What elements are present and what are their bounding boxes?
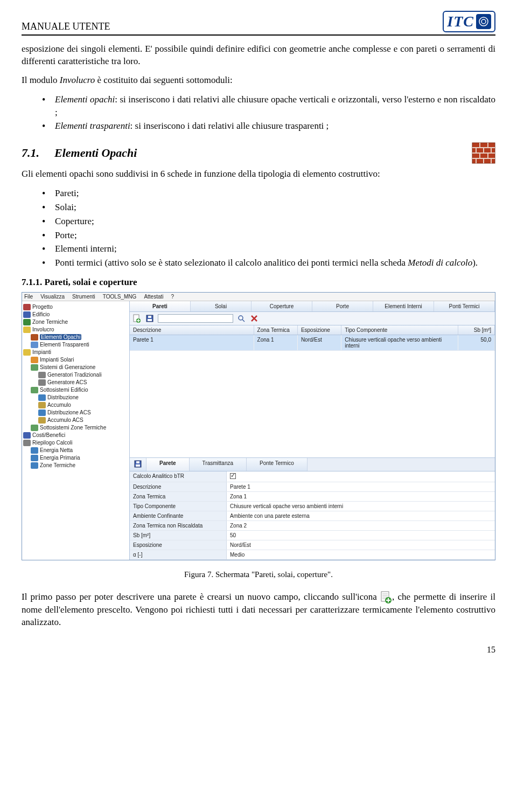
property-label: Calcolo Analitico bTR	[130, 471, 227, 482]
tree-item-label: Energia Netta	[40, 447, 73, 453]
svg-rect-24	[136, 464, 140, 467]
tab-trasmittanza[interactable]: Trasmittanza	[190, 458, 247, 471]
svg-rect-20	[148, 316, 151, 318]
tree-node-icon	[23, 349, 31, 356]
tree-item[interactable]: Elementi Opachi	[23, 334, 128, 341]
col-zona-termica[interactable]: Zona Termica	[254, 325, 298, 335]
tree-item[interactable]: Energia Netta	[23, 447, 128, 454]
tree-node-icon	[23, 311, 31, 318]
checkbox[interactable]	[230, 473, 236, 479]
property-row: Tipo ComponenteChiusure verticali opache…	[130, 502, 495, 511]
page-header: MANUALE UTENTE ITC	[22, 11, 495, 36]
tree-item-label: Sottosistemi Zone Termiche	[40, 425, 106, 431]
tree-item[interactable]: Costi/Benefici	[23, 432, 128, 439]
property-row: DescrizioneParete 1	[130, 482, 495, 492]
text: ).	[472, 258, 478, 268]
tree-item-label: Progetto	[32, 304, 53, 310]
tree-node-icon	[31, 447, 38, 454]
property-value[interactable]: Ambiente con una parete esterna	[227, 511, 495, 520]
tree-item[interactable]: Generatori Tradizionali	[23, 371, 128, 379]
menu-file[interactable]: File	[24, 294, 33, 300]
col-esposizione[interactable]: Esposizione	[298, 325, 341, 335]
tab-pareti[interactable]: Pareti	[130, 301, 191, 311]
text-italic: Elementi trasparenti	[55, 121, 130, 131]
top-tabs: Pareti Solai Coperture Porte Elementi In…	[130, 301, 495, 312]
svg-rect-19	[148, 319, 152, 321]
property-row: Ambiente ConfinanteAmbiente con una pare…	[130, 511, 495, 521]
col-descrizione[interactable]: Descrizione	[130, 325, 254, 335]
property-value[interactable]: Medio	[227, 550, 495, 559]
tree-item[interactable]: Accumulo	[23, 401, 128, 409]
grid-row[interactable]: Parete 1 Zona 1 Nord/Est Chiusure vertic…	[130, 335, 495, 351]
save-button[interactable]	[145, 314, 155, 323]
text: Il modulo	[22, 75, 60, 85]
menu-tools-mng[interactable]: TOOLS_MNG	[103, 294, 137, 300]
property-row: Calcolo Analitico bTR	[130, 471, 495, 482]
text-italic: Metodi di calcolo	[408, 258, 472, 268]
text: : si inseriscono i dati relativi alle ch…	[55, 94, 495, 117]
add-button[interactable]	[132, 314, 142, 323]
search-button[interactable]	[236, 314, 246, 323]
tree-item[interactable]: Distribuzione	[23, 394, 128, 401]
tree-node-icon	[38, 410, 46, 416]
tree-node-icon	[38, 417, 46, 424]
tree-node-icon	[38, 372, 46, 378]
tab-parete[interactable]: Parete	[146, 458, 190, 471]
tree-node-icon	[38, 394, 46, 401]
tree-item[interactable]: Progetto	[23, 303, 128, 311]
tab-solai[interactable]: Solai	[191, 301, 251, 311]
delete-button[interactable]	[249, 314, 259, 323]
tree-item[interactable]: Generatore ACS	[23, 379, 128, 386]
tab-porte[interactable]: Porte	[312, 301, 373, 311]
menu-visualizza[interactable]: Visualizza	[40, 294, 65, 300]
property-value[interactable]: Chiusure verticali opache verso ambienti…	[227, 502, 495, 511]
list-item: Elementi opachi: si inseriscono i dati r…	[42, 93, 495, 119]
menu-strumenti[interactable]: Strumenti	[72, 294, 95, 300]
tree-item[interactable]: Sottosistemi Zone Termiche	[23, 424, 128, 432]
section-number: 7.1.	[22, 146, 39, 160]
tree-node-icon	[23, 432, 31, 439]
tab-ponte-termico[interactable]: Ponte Termico	[247, 458, 308, 471]
tree-node-icon	[31, 357, 38, 363]
text: è costituito dai seguenti sottomoduli:	[95, 75, 232, 85]
tree-item[interactable]: Impianti	[23, 349, 128, 356]
tree-node-icon	[31, 364, 38, 371]
tree-item[interactable]: Impianti Solari	[23, 356, 128, 364]
text: Il primo passo per poter descrivere una …	[22, 592, 380, 602]
tree-item[interactable]: Accumulo ACS	[23, 417, 128, 424]
list-item: Elementi trasparenti: si inseriscono i d…	[42, 120, 495, 133]
tab-elementi-interni[interactable]: Elementi Interni	[373, 301, 434, 311]
svg-point-21	[239, 316, 243, 320]
property-label: Sb [m²]	[130, 531, 227, 540]
property-value[interactable]: Parete 1	[227, 482, 495, 491]
cell-tipo: Chiusure verticali opache verso ambienti…	[341, 335, 458, 350]
tree-item[interactable]: Edificio	[23, 311, 128, 318]
property-value[interactable]: 50	[227, 531, 495, 540]
col-sb[interactable]: Sb [m²]	[458, 325, 495, 335]
menu-help[interactable]: ?	[171, 294, 174, 300]
tab-coperture[interactable]: Coperture	[251, 301, 312, 311]
text-italic: Involucro	[60, 75, 95, 85]
property-value[interactable]: Zona 1	[227, 492, 495, 501]
tree-item[interactable]: Distribuzione ACS	[23, 409, 128, 417]
header-title: MANUALE UTENTE	[22, 21, 110, 32]
tree-item[interactable]: Sottosistemi Edificio	[23, 386, 128, 394]
tab-ponti-termici[interactable]: Ponti Termici	[434, 301, 495, 311]
content-panel: Pareti Solai Coperture Porte Elementi In…	[130, 301, 495, 560]
tree-item[interactable]: Riepilogo Calcoli	[23, 439, 128, 447]
tree-item[interactable]: Zone Termiche	[23, 318, 128, 326]
tree-item[interactable]: Sistemi di Generazione	[23, 364, 128, 371]
property-value[interactable]: Nord/Est	[227, 540, 495, 550]
tree-item[interactable]: Involucro	[23, 326, 128, 334]
property-value[interactable]: Zona 2	[227, 521, 495, 530]
tree-item[interactable]: Energia Primaria	[23, 454, 128, 462]
col-tipo-componente[interactable]: Tipo Componente	[341, 325, 458, 335]
filter-input[interactable]	[158, 314, 233, 323]
menu-attestati[interactable]: Attestati	[144, 294, 163, 300]
property-value[interactable]	[227, 471, 495, 482]
save-detail-button[interactable]	[130, 458, 146, 471]
tree-item[interactable]: Elementi Trasparenti	[23, 341, 128, 349]
tree-item[interactable]: Zone Termiche	[23, 462, 128, 469]
navigation-tree[interactable]: ProgettoEdificioZone TermicheInvolucroEl…	[22, 301, 130, 560]
tree-node-icon	[23, 319, 31, 325]
